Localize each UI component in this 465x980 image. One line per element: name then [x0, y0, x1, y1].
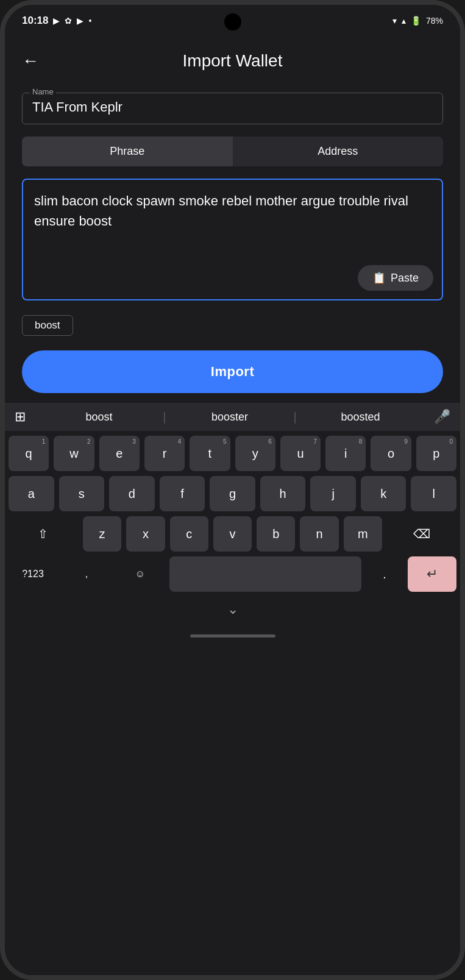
key-row-2: a s d f g h j k l: [9, 476, 456, 511]
mic-icon[interactable]: 🎤: [424, 409, 460, 425]
numbers-key[interactable]: ?123: [9, 556, 57, 592]
key-p[interactable]: 0p: [416, 436, 456, 471]
key-row-1: 1q 2w 3e 4r 5t 6y 7u 8i 9o 0p: [9, 436, 456, 471]
suggestion-row: boost: [22, 313, 443, 338]
phrase-input-area[interactable]: slim bacon clock spawn smoke rebel mothe…: [22, 179, 443, 300]
suggestion-2[interactable]: booster: [166, 411, 293, 424]
key-k[interactable]: k: [361, 476, 406, 511]
key-d[interactable]: d: [109, 476, 155, 511]
battery-percent: 78%: [426, 16, 443, 26]
import-button[interactable]: Import: [22, 350, 443, 393]
key-g[interactable]: g: [210, 476, 255, 511]
key-i[interactable]: 8i: [325, 436, 366, 471]
bottom-key-row: ?123 , ☺ . ↵: [5, 552, 460, 597]
comma-key[interactable]: ,: [62, 556, 111, 592]
clipboard-icon: 📋: [372, 271, 386, 285]
key-u[interactable]: 7u: [280, 436, 321, 471]
key-b[interactable]: b: [257, 516, 295, 552]
key-j[interactable]: j: [310, 476, 356, 511]
phone-frame: 10:18 ▶ ✿ ▶ • ▾ ▴ 🔋 78% ← Import Wallet …: [0, 0, 465, 980]
key-x[interactable]: x: [126, 516, 165, 552]
app-content: ← Import Wallet Name Phrase Address slim…: [5, 37, 460, 975]
name-label: Name: [30, 87, 56, 96]
back-button[interactable]: ←: [22, 52, 39, 69]
key-row-3: ⇧ z x c v b n m ⌫: [9, 516, 456, 552]
chevron-down-icon[interactable]: ⌄: [227, 602, 238, 617]
key-f[interactable]: f: [160, 476, 205, 511]
battery-icon: 🔋: [411, 16, 421, 26]
shift-key[interactable]: ⇧: [9, 516, 78, 552]
key-h[interactable]: h: [260, 476, 306, 511]
paste-button[interactable]: 📋 Paste: [358, 265, 433, 291]
camera-notch: [224, 13, 241, 30]
page-title: Import Wallet: [51, 51, 414, 71]
dot-icon: •: [88, 16, 91, 26]
fan-icon: ✿: [65, 16, 72, 26]
suggestion-1[interactable]: boost: [35, 411, 163, 424]
key-v[interactable]: v: [213, 516, 252, 552]
home-bar: [190, 634, 275, 637]
keyboard-rows: 1q 2w 3e 4r 5t 6y 7u 8i 9o 0p a s d f: [5, 431, 460, 552]
keyboard-suggestions: ⊞ boost | booster | boosted 🎤: [5, 403, 460, 431]
key-z[interactable]: z: [83, 516, 121, 552]
home-indicator: [5, 626, 460, 645]
key-a[interactable]: a: [9, 476, 54, 511]
status-time: 10:18: [22, 15, 48, 27]
emoji-key[interactable]: ☺: [116, 556, 165, 592]
keyboard-bottom-bar: ⌄: [5, 597, 460, 620]
keyboard-grid-icon: ⊞: [5, 409, 35, 425]
youtube-icon: ▶: [53, 16, 60, 26]
suggestion-chip[interactable]: boost: [22, 315, 73, 336]
name-input[interactable]: [32, 99, 433, 115]
key-e[interactable]: 3e: [99, 436, 140, 471]
key-m[interactable]: m: [344, 516, 382, 552]
tab-phrase[interactable]: Phrase: [22, 137, 233, 166]
status-left: 10:18 ▶ ✿ ▶ •: [22, 15, 91, 27]
wifi-icon: ▾: [392, 16, 397, 26]
key-q[interactable]: 1q: [9, 436, 49, 471]
delete-key[interactable]: ⌫: [387, 516, 456, 552]
tab-row: Phrase Address: [22, 137, 443, 166]
enter-key[interactable]: ↵: [408, 556, 456, 592]
key-r[interactable]: 4r: [144, 436, 185, 471]
keyboard: ⊞ boost | booster | boosted 🎤 1q 2w 3e 4…: [5, 403, 460, 626]
signal-icon: ▴: [402, 16, 406, 26]
tab-address[interactable]: Address: [233, 137, 444, 166]
key-y[interactable]: 6y: [235, 436, 275, 471]
period-key[interactable]: .: [366, 556, 403, 592]
key-t[interactable]: 5t: [190, 436, 230, 471]
key-l[interactable]: l: [411, 476, 456, 511]
key-s[interactable]: s: [59, 476, 105, 511]
key-n[interactable]: n: [300, 516, 338, 552]
app-header: ← Import Wallet: [5, 37, 460, 83]
youtube2-icon: ▶: [77, 16, 83, 26]
key-c[interactable]: c: [170, 516, 208, 552]
key-w[interactable]: 2w: [54, 436, 94, 471]
name-input-group: Name: [22, 93, 443, 124]
suggestion-3[interactable]: boosted: [297, 411, 424, 424]
key-o[interactable]: 9o: [371, 436, 411, 471]
status-right: ▾ ▴ 🔋 78%: [392, 16, 443, 26]
form-section: Name Phrase Address slim bacon clock spa…: [5, 83, 460, 403]
phrase-text: slim bacon clock spawn smoke rebel mothe…: [34, 191, 431, 231]
space-key[interactable]: [169, 556, 361, 592]
